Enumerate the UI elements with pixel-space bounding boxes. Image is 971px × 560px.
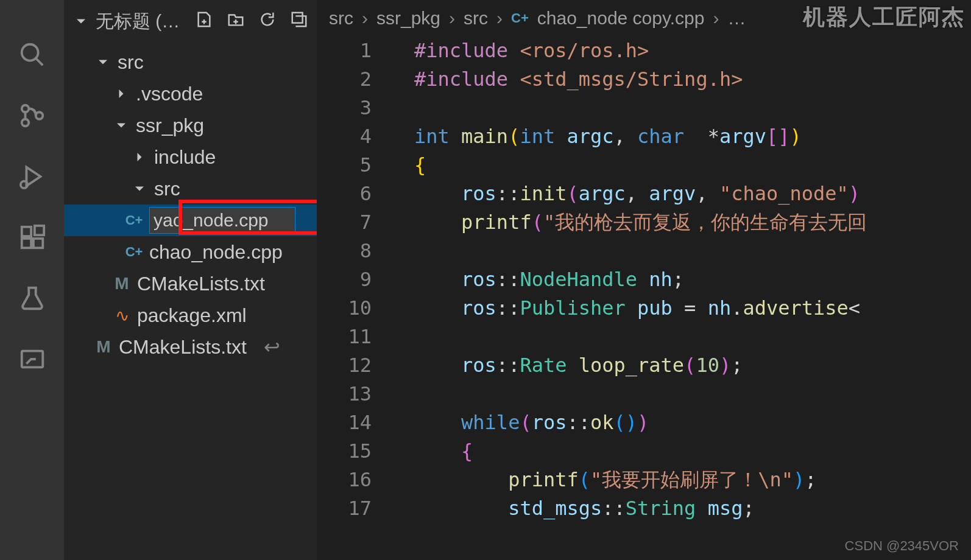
collapse-all-icon[interactable] xyxy=(290,10,308,33)
svg-rect-9 xyxy=(33,239,42,248)
svg-point-0 xyxy=(21,44,38,61)
cpp-icon: C+ xyxy=(511,10,529,26)
activity-bar xyxy=(0,0,64,560)
line-numbers: 1234567891011121314151617 xyxy=(317,37,396,523)
source-control-icon[interactable] xyxy=(14,97,51,134)
tree-label: include xyxy=(154,146,216,169)
tree-label: src xyxy=(118,51,144,74)
folder-src-inner[interactable]: src xyxy=(64,173,317,205)
file-chao-node[interactable]: C+ chao_node.cpp xyxy=(64,236,317,268)
workspace-title: 无标题 (… xyxy=(96,9,189,34)
tree-label: package.xml xyxy=(137,304,247,327)
new-file-icon[interactable] xyxy=(195,10,213,33)
svg-line-1 xyxy=(35,58,43,66)
explorer-sidebar: 无标题 (… src .vscode ssr_pkg include xyxy=(64,0,317,560)
sidebar-header: 无标题 (… xyxy=(64,0,317,43)
chevron-right-icon xyxy=(131,149,148,166)
breadcrumb-item[interactable]: … xyxy=(727,8,746,29)
file-cmakelists-pkg[interactable]: M CMakeLists.txt xyxy=(64,268,317,299)
file-cmakelists-root[interactable]: M CMakeLists.txt ↩ xyxy=(64,331,317,363)
chevron-down-icon[interactable] xyxy=(72,13,90,30)
chevron-down-icon xyxy=(113,117,130,134)
extensions-icon[interactable] xyxy=(14,219,51,256)
folder-vscode[interactable]: .vscode xyxy=(64,78,317,110)
run-debug-icon[interactable] xyxy=(14,158,51,195)
search-icon[interactable] xyxy=(14,37,51,73)
folder-ssr-pkg[interactable]: ssr_pkg xyxy=(64,110,317,141)
chevron-right-icon: › xyxy=(496,8,503,29)
svg-rect-10 xyxy=(34,226,43,235)
folder-include[interactable]: include xyxy=(64,141,317,173)
chevron-right-icon: › xyxy=(713,8,719,29)
file-yao-node[interactable]: C+ xyxy=(64,205,317,236)
refresh-icon[interactable] xyxy=(258,10,277,33)
watermark-bottom: CSDN @2345VOR xyxy=(845,538,959,554)
m-icon: M xyxy=(94,337,113,357)
chevron-down-icon xyxy=(131,180,148,197)
chevron-right-icon: › xyxy=(449,8,455,29)
tree-label: .vscode xyxy=(136,83,203,105)
svg-rect-13 xyxy=(292,12,303,23)
chevron-right-icon xyxy=(113,85,130,102)
tree-label: CMakeLists.txt xyxy=(137,273,265,295)
svg-rect-7 xyxy=(21,227,30,236)
new-folder-icon[interactable] xyxy=(227,10,245,33)
folder-src-root[interactable]: src xyxy=(64,46,317,78)
file-package-xml[interactable]: ∿ package.xml xyxy=(64,299,317,331)
testing-icon[interactable] xyxy=(14,280,51,317)
cpp-icon: C+ xyxy=(125,212,143,228)
breadcrumb-item[interactable]: src xyxy=(464,8,488,29)
cpp-icon: C+ xyxy=(125,244,143,260)
svg-rect-8 xyxy=(21,239,30,248)
output-icon[interactable] xyxy=(14,341,51,377)
chevron-down-icon xyxy=(94,54,111,71)
breadcrumb-item[interactable]: src xyxy=(329,8,353,29)
code-content[interactable]: #include <ros/ros.h>#include <std_msgs/S… xyxy=(414,37,971,523)
editor-area: src › ssr_pkg › src › C+ chao_node copy.… xyxy=(317,0,971,560)
svg-marker-5 xyxy=(26,167,40,186)
tree-label: src xyxy=(154,178,180,200)
svg-point-6 xyxy=(20,181,27,189)
watermark-top: 机器人工匠阿杰 xyxy=(803,2,965,32)
m-icon: M xyxy=(113,274,131,293)
file-tree: src .vscode ssr_pkg include src C+ xyxy=(64,43,317,363)
tree-label: ssr_pkg xyxy=(136,114,204,137)
svg-point-2 xyxy=(21,105,29,113)
breadcrumb-item[interactable]: chao_node copy.cpp xyxy=(537,8,705,29)
breadcrumb-item[interactable]: ssr_pkg xyxy=(376,8,440,29)
tree-label: CMakeLists.txt xyxy=(119,336,247,359)
xml-icon: ∿ xyxy=(113,306,131,326)
rename-input[interactable] xyxy=(149,207,295,234)
svg-point-3 xyxy=(21,119,29,127)
chevron-right-icon: › xyxy=(362,8,368,29)
link-icon: ↩ xyxy=(264,335,280,359)
tree-label: chao_node.cpp xyxy=(149,241,283,264)
